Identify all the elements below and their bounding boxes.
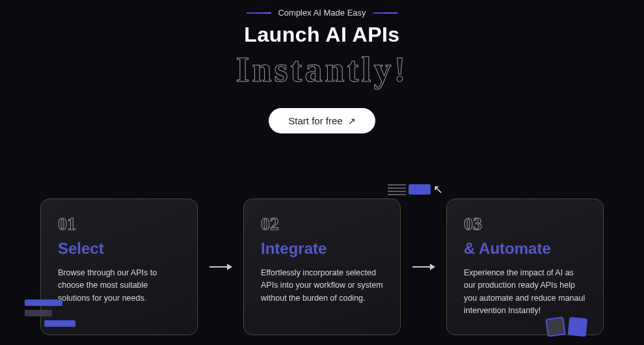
- decoration-squares-icon: [546, 318, 587, 336]
- step-desc: Experience the impact of AI as our produ…: [464, 267, 586, 318]
- step-desc: Browse through our APIs to choose the mo…: [58, 267, 180, 305]
- step-number: 02: [261, 214, 383, 234]
- steps-row: 01 Select Browse through our APIs to cho…: [0, 199, 644, 335]
- step-number: 03: [464, 214, 586, 234]
- tagline-line-left: [247, 12, 271, 14]
- tagline-text: Complex AI Made Easy: [278, 8, 366, 18]
- headline-sub: Instantly!: [0, 49, 644, 90]
- step-card-automate: 03 & Automate Experience the impact of A…: [446, 199, 604, 335]
- cta-label: Start for free: [288, 115, 342, 126]
- step-title: Select: [58, 240, 180, 258]
- tagline-line-right: [373, 12, 397, 14]
- decoration-bars-icon: [25, 299, 75, 327]
- tagline: Complex AI Made Easy: [0, 8, 644, 18]
- step-number: 01: [58, 214, 180, 234]
- hero-section: Complex AI Made Easy Launch AI APIs Inst…: [0, 0, 644, 133]
- arrow-right-icon: [209, 266, 232, 268]
- headline: Launch AI APIs: [0, 23, 644, 47]
- step-title: Integrate: [261, 240, 383, 258]
- arrow-right-icon: [412, 266, 435, 268]
- start-for-free-button[interactable]: Start for free ↗: [269, 108, 375, 133]
- step-title: & Automate: [464, 240, 586, 258]
- decoration-cursor-icon: ↖: [388, 182, 443, 197]
- step-card-integrate: 02 Integrate Effortlessly incorporate se…: [243, 199, 401, 335]
- step-desc: Effortlessly incorporate selected APIs i…: [261, 267, 383, 305]
- arrow-up-right-icon: ↗: [348, 116, 356, 126]
